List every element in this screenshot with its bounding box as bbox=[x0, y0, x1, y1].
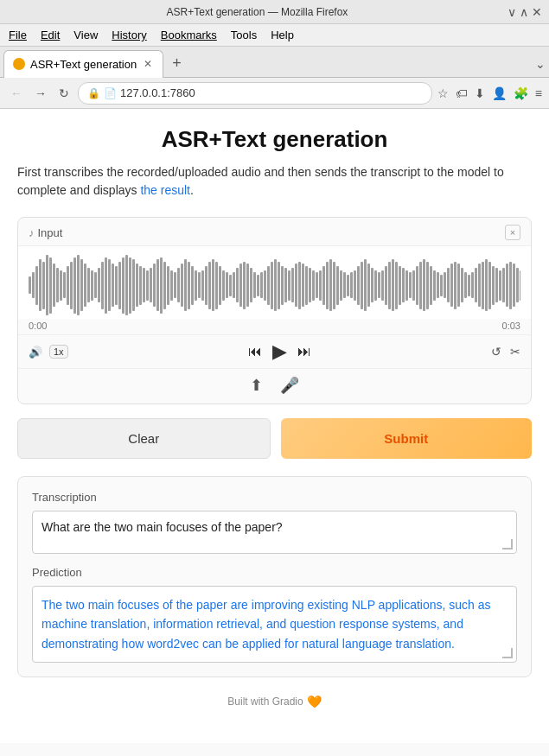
music-note-icon: ♪ bbox=[29, 226, 35, 239]
speed-button[interactable]: 1x bbox=[49, 345, 68, 359]
tab-bar: ASR+Text generation ✕ + ⌄ bbox=[0, 47, 549, 78]
new-tab-button[interactable]: + bbox=[167, 54, 187, 73]
menu-history[interactable]: History bbox=[106, 27, 151, 43]
security-icon: 🔒 bbox=[87, 87, 100, 99]
menu-view[interactable]: View bbox=[68, 27, 103, 43]
prediction-label: Prediction bbox=[32, 566, 517, 579]
tab-favicon bbox=[13, 58, 25, 70]
window-controls[interactable]: ∨ ∧ ✕ bbox=[508, 5, 542, 19]
input-label-text: Input bbox=[38, 226, 63, 239]
maximize-btn[interactable]: ∧ bbox=[520, 5, 528, 19]
submit-button[interactable]: Submit bbox=[281, 418, 533, 459]
time-start: 0:00 bbox=[29, 321, 47, 331]
play-button[interactable]: ▶ bbox=[272, 340, 287, 363]
input-card: ♪ Input × 0:00 0:03 🔊 1x ⏮ ▶ ⏭ ↺ ✂ bbox=[17, 217, 532, 404]
transcription-label: Transcription bbox=[32, 491, 517, 504]
menu-bar: File Edit View History Bookmarks Tools H… bbox=[0, 24, 549, 47]
forward-button[interactable]: ⏭ bbox=[297, 344, 311, 359]
page-title: ASR+Text generation bbox=[17, 126, 532, 153]
rewind-button[interactable]: ⏮ bbox=[248, 344, 262, 359]
right-controls: ↺ ✂ bbox=[491, 345, 520, 359]
address-actions: ☆ 🏷 ⬇ 👤 🧩 ≡ bbox=[437, 86, 542, 100]
upload-icon[interactable]: ⬆ bbox=[250, 376, 263, 395]
waveform-container bbox=[18, 246, 531, 319]
page-content: ASR+Text generation First transcribes th… bbox=[0, 109, 549, 743]
bookmark-star-icon[interactable]: ☆ bbox=[437, 86, 449, 100]
pocket-icon[interactable]: 🏷 bbox=[456, 86, 468, 100]
menu-icon[interactable]: ≡ bbox=[535, 86, 542, 100]
action-buttons: Clear Submit bbox=[17, 418, 532, 459]
time-end: 0:03 bbox=[502, 321, 520, 331]
url-text: 127.0.0.1:7860 bbox=[120, 86, 195, 99]
close-btn[interactable]: ✕ bbox=[532, 5, 542, 19]
menu-edit[interactable]: Edit bbox=[35, 27, 65, 43]
footer-text: Built with Gradio bbox=[227, 696, 303, 708]
tab-overflow-button[interactable]: ⌄ bbox=[535, 57, 546, 71]
back-button[interactable]: ← bbox=[7, 85, 26, 102]
transcription-text: What are the two main focuses of the pap… bbox=[41, 520, 283, 534]
audio-controls: 🔊 1x ⏮ ▶ ⏭ ↺ ✂ bbox=[18, 334, 531, 368]
account-icon[interactable]: 👤 bbox=[492, 86, 507, 100]
title-bar: ASR+Text generation — Mozilla Firefox ∨ … bbox=[0, 0, 549, 24]
address-bar: ← → ↻ 🔒 📄 127.0.0.1:7860 ☆ 🏷 ⬇ 👤 🧩 ≡ bbox=[0, 78, 549, 109]
input-card-header: ♪ Input × bbox=[18, 218, 531, 246]
minimize-btn[interactable]: ∨ bbox=[508, 5, 516, 19]
prediction-textbox[interactable]: The two main focuses of the paper are im… bbox=[32, 586, 517, 663]
tab-label: ASR+Text generation bbox=[30, 58, 137, 71]
description-link: the result bbox=[140, 183, 190, 197]
menu-tools[interactable]: Tools bbox=[226, 27, 262, 43]
menu-file[interactable]: File bbox=[3, 27, 32, 43]
prediction-text: The two main focuses of the paper are im… bbox=[41, 598, 491, 651]
window-title: ASR+Text generation — Mozilla Firefox bbox=[7, 6, 508, 18]
forward-button[interactable]: → bbox=[31, 85, 50, 102]
page-description: First transcribes the recorded/uploaded … bbox=[17, 163, 532, 200]
reset-button[interactable]: ↺ bbox=[491, 345, 501, 359]
transport-controls: ⏮ ▶ ⏭ bbox=[75, 340, 484, 363]
extensions-icon[interactable]: 🧩 bbox=[514, 86, 528, 100]
time-labels: 0:00 0:03 bbox=[18, 319, 531, 334]
reload-button[interactable]: ↻ bbox=[55, 85, 73, 102]
footer: Built with Gradio 🧡 bbox=[17, 686, 532, 717]
volume-icon[interactable]: 🔊 bbox=[29, 346, 42, 359]
browser-tab[interactable]: ASR+Text generation ✕ bbox=[3, 50, 163, 78]
waveform bbox=[29, 255, 520, 315]
microphone-icon[interactable]: 🎤 bbox=[280, 376, 299, 395]
input-close-button[interactable]: × bbox=[505, 225, 520, 240]
prediction-section: Prediction The two main focuses of the p… bbox=[32, 566, 517, 663]
url-bar[interactable]: 🔒 📄 127.0.0.1:7860 bbox=[78, 82, 432, 105]
footer-emoji: 🧡 bbox=[307, 695, 322, 708]
output-card: Transcription What are the two main focu… bbox=[17, 476, 532, 677]
upload-row: ⬆ 🎤 bbox=[18, 368, 531, 403]
menu-bookmarks[interactable]: Bookmarks bbox=[156, 27, 222, 43]
menu-help[interactable]: Help bbox=[265, 27, 299, 43]
input-label: ♪ Input bbox=[29, 226, 62, 239]
clear-button[interactable]: Clear bbox=[17, 418, 271, 459]
download-icon[interactable]: ⬇ bbox=[475, 86, 485, 100]
tab-close-button[interactable]: ✕ bbox=[142, 58, 154, 70]
page-info-icon: 📄 bbox=[104, 87, 117, 99]
transcription-textbox[interactable]: What are the two main focuses of the pap… bbox=[32, 511, 517, 554]
scissors-icon[interactable]: ✂ bbox=[510, 345, 520, 359]
